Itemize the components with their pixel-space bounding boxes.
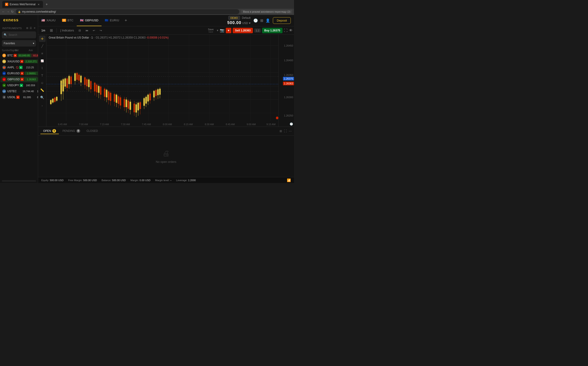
tab-closed-orders[interactable]: CLOSED (84, 129, 101, 134)
tab-eurusd[interactable]: 🇪🇺 EUR/U (102, 15, 122, 26)
balance-arrow[interactable]: ▾ (249, 21, 251, 25)
svg-rect-83 (126, 99, 127, 107)
emoji-tool[interactable]: ☺ (39, 80, 46, 86)
redo-btn[interactable]: ↪ (98, 28, 104, 33)
favorites-dropdown[interactable]: Favorites ▾ (2, 40, 36, 46)
timeframe-selector[interactable]: ⊞ (48, 27, 55, 33)
url-input[interactable]: 🔒 my.exness.com/webtrading/ (16, 9, 239, 14)
tab-btc[interactable]: ₿ BTC (59, 15, 77, 26)
status-bar: Equity: 500.00 USD Free Margin: 500.00 U… (38, 177, 294, 183)
symbol-ustec: US USTEC (2, 89, 17, 93)
svg-text:8:00 AM: 8:00 AM (163, 123, 172, 126)
instrument-row-usdjpy[interactable]: $ USD/JPY ▲ 160.559 160.570 (0, 82, 37, 88)
symbol-usoil: 🛢 USOIL (2, 95, 16, 99)
line-tool[interactable]: ╱ (39, 43, 46, 49)
instrument-row-gbpusd[interactable]: £ GBP/USD ▼ 1.26363 1.26375 (0, 76, 37, 82)
demo-badge: DEMO (228, 16, 240, 20)
tab-pending-orders[interactable]: PENDING 0 (60, 128, 83, 134)
instrument-row-ustec[interactable]: US USTEC - 19,744.40 19,750.3 (0, 88, 37, 94)
signal-eurusd: ▼ (20, 72, 24, 75)
tab-close-btn[interactable]: ✕ (37, 3, 40, 6)
svg-text:7:45 AM: 7:45 AM (142, 123, 151, 126)
refresh-btn[interactable]: ↻ (11, 10, 14, 14)
horizontal-lines-tool[interactable]: ≡ (39, 50, 46, 57)
signal-ustec: - (17, 90, 21, 93)
price-level-lower: 1.26250 (284, 114, 293, 117)
clock-icon[interactable]: 🕐 (253, 18, 258, 23)
symbol-xauusd: Au XAU/USD (2, 60, 20, 63)
signal-btc: ▼ (13, 54, 17, 57)
cursor-tool[interactable]: ✛ (39, 36, 46, 42)
flag-xauusd: 🇺🇸 (41, 19, 45, 22)
free-margin-value: 500.00 USD (83, 179, 97, 182)
signal-down-icon: ▼ (20, 60, 24, 63)
browser-tab[interactable]: E Exness WebTerminal ✕ (2, 1, 43, 8)
svg-point-124 (276, 116, 278, 119)
indicators-btn[interactable]: ∫ Indicators (59, 28, 76, 33)
orders-expand-icon[interactable]: ⛶ (284, 129, 287, 133)
bid-eurusd: 1.06891 (24, 72, 38, 75)
grid-icon[interactable]: ⊞ (26, 27, 29, 30)
tab-gbpusd[interactable]: 🇬🇧 GBP/USD (77, 15, 102, 26)
orders-layout-icon[interactable]: ⊞ (279, 129, 282, 133)
save-btn[interactable]: Save Save (206, 28, 215, 33)
balance-currency: USD (242, 22, 248, 25)
favorites-label: Favorites (4, 42, 15, 45)
usoil-icon: 🛢 (2, 95, 6, 99)
buy-button[interactable]: Buy 1.26375 (262, 28, 283, 33)
dropdown-save-icon[interactable]: ▾ (217, 29, 218, 32)
no-orders-icon: 🖨 (162, 149, 170, 158)
price-change: -0.00008 (-0.01%) (146, 36, 169, 39)
fibonacci-tool[interactable]: ⌇ (39, 65, 46, 71)
svg-rect-23 (52, 99, 54, 103)
user-icon[interactable]: 👤 (265, 18, 270, 23)
forward-btn[interactable]: → (7, 10, 10, 14)
instrument-row-aapl[interactable]: 🍎 AAPL 🚫 ▲ 213.25 213.34 (0, 64, 37, 70)
trend-tool[interactable]: 📈 (39, 58, 46, 64)
sell-button[interactable]: Sell 1.26363 (233, 28, 253, 33)
save-sub: Save (208, 31, 213, 33)
zoom-tool[interactable]: 🔍 (39, 94, 46, 101)
svg-rect-39 (70, 76, 72, 84)
text-tool[interactable]: T (39, 72, 46, 79)
symbol-aapl: 🍎 AAPL 🚫 (2, 66, 19, 69)
search-input[interactable]: 🔍 Search (2, 31, 36, 38)
price-label-current: 1.26375 (283, 77, 294, 81)
svg-rect-111 (159, 89, 160, 95)
svg-text:8:45 AM: 8:45 AM (226, 123, 235, 126)
new-tab-btn[interactable]: + (45, 2, 49, 7)
close-instruments-icon[interactable]: ✕ (33, 27, 36, 30)
candlestick-chart: 6:45 AM 7:00 AM 7:15 AM 7:30 AM 7:45 AM … (46, 35, 278, 127)
grid-account-icon[interactable]: ⊞ (260, 18, 263, 23)
low-price: 1.26359 (123, 36, 133, 39)
add-symbol-btn[interactable]: + (122, 15, 129, 26)
svg-text:7:15 AM: 7:15 AM (100, 123, 109, 126)
buy-price: 1.26375 (270, 29, 280, 32)
svg-text:8:30 AM: 8:30 AM (205, 123, 214, 126)
timeframe-btn[interactable]: 1m (40, 28, 47, 33)
undo-btn[interactable]: ↩ (91, 28, 97, 33)
deposit-button[interactable]: Deposit (273, 17, 291, 24)
eye-icon[interactable]: 👁 (289, 28, 293, 33)
ruler-tool[interactable]: 📏 (39, 87, 46, 93)
instrument-row-usoil[interactable]: 🛢 USOIL ▼ 81.095 81.114 (0, 94, 37, 100)
settings-expand[interactable]: › (39, 102, 46, 109)
instrument-row-eurusd[interactable]: € EUR/USD ▼ 1.06891 1.06901 (0, 70, 37, 76)
lock-icon: 🔒 (18, 11, 21, 13)
down-price-btn[interactable]: ▼ (226, 28, 231, 33)
rewind-btn[interactable]: ⏮ (84, 28, 90, 33)
tab-xauusd[interactable]: 🇺🇸 XAU/U (38, 15, 59, 26)
instrument-row-btc[interactable]: ₿ BTC ▼ 60,849.85 60,886.1 (0, 53, 37, 59)
screenshot-icon[interactable]: 📷 (220, 28, 224, 33)
orders-more-icon[interactable]: ⋯ (289, 129, 292, 133)
instrument-row-xauusd[interactable]: Au XAU/USD ▼ 2,310.271 2,310.47 (0, 59, 37, 64)
fullscreen-icon[interactable]: ⛶ (284, 28, 287, 33)
margin-level-value: – (170, 179, 172, 182)
svg-rect-63 (100, 86, 101, 94)
back-btn[interactable]: ← (2, 10, 5, 14)
bid-usoil: 81.095 (20, 96, 34, 99)
demo-label: DEMO (230, 16, 238, 19)
chart-type-btn[interactable]: ⊟ (77, 28, 83, 33)
tab-open-orders[interactable]: OPEN 0 (40, 128, 59, 134)
list-icon[interactable]: ☰ (30, 27, 32, 30)
